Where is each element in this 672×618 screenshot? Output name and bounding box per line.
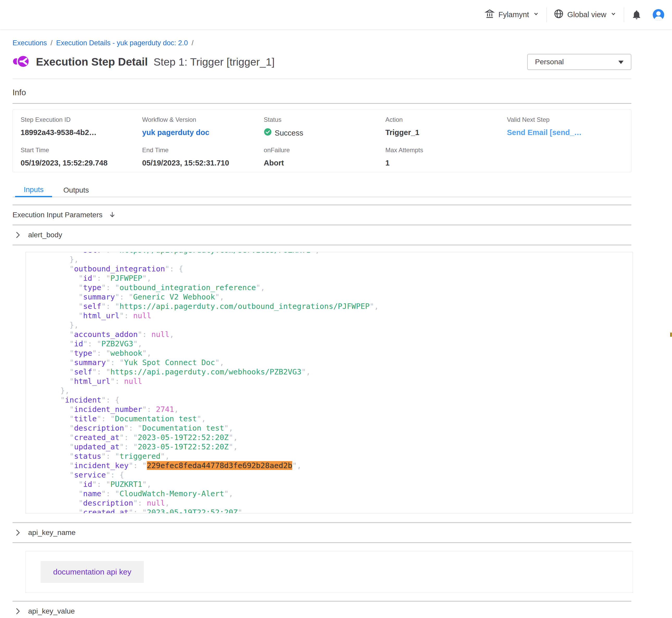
code-line: "created_at": "2023-05-19T22:52:20Z", bbox=[33, 508, 633, 513]
org-menu-label: Fylamynt bbox=[498, 10, 529, 19]
code-line: "self": "https://api.pagerduty.com/servi… bbox=[33, 252, 633, 255]
tab-outputs[interactable]: Outputs bbox=[55, 183, 97, 197]
code-line: "title": "Documentation test", bbox=[33, 414, 633, 423]
breadcrumb-link-executions[interactable]: Executions bbox=[12, 39, 47, 47]
code-line: "id": "PJFWPEP", bbox=[33, 274, 633, 283]
view-menu-label: Global view bbox=[567, 10, 606, 19]
page-title: Execution Step Detail bbox=[36, 56, 148, 68]
code-line: "service": { bbox=[33, 470, 633, 480]
chevron-down-icon bbox=[610, 10, 617, 19]
divider bbox=[12, 79, 632, 79]
code-line: "status": "triggered", bbox=[33, 451, 633, 461]
field-step-execution-id: Step Execution ID 18992a43-9538-4b2… bbox=[20, 116, 142, 138]
code-line: "incident_key": "229efec8feda44778d3fe69… bbox=[33, 461, 633, 470]
field-max-attempts: Max Attempts 1 bbox=[385, 146, 507, 167]
code-content: "self": "https://api.pagerduty.com/servi… bbox=[26, 252, 633, 513]
code-line: "outbound_integration": { bbox=[33, 264, 633, 274]
field-start-time: Start Time 05/19/2023, 15:52:29.748 bbox=[20, 146, 142, 167]
section-label: alert_body bbox=[28, 231, 62, 239]
workflow-logo-icon bbox=[12, 53, 30, 71]
code-line: "description": null, bbox=[33, 498, 633, 508]
api-key-name-chip: documentation api key bbox=[40, 561, 144, 583]
globe-icon bbox=[554, 9, 564, 21]
api-key-name-value-panel: documentation api key bbox=[25, 551, 633, 593]
section-label: api_key_name bbox=[28, 528, 76, 537]
alert-body-json-viewer[interactable]: "self": "https://api.pagerduty.com/servi… bbox=[25, 252, 633, 513]
code-line: "updated_at": "2023-05-19T22:52:20Z", bbox=[33, 442, 633, 451]
code-line: "name": "CloudWatch-Memory-Alert", bbox=[33, 489, 633, 498]
field-action: Action Trigger_1 bbox=[385, 116, 507, 138]
title-row: Execution Step Detail Step 1: Trigger [t… bbox=[12, 51, 632, 73]
main-content: Executions/Execution Details - yuk pager… bbox=[12, 39, 632, 618]
status-text: Success bbox=[275, 128, 304, 137]
caret-down-icon bbox=[618, 61, 623, 64]
tab-bar: Inputs Outputs bbox=[12, 183, 632, 197]
chevron-right-icon bbox=[15, 529, 21, 536]
section-alert-body[interactable]: alert_body bbox=[12, 225, 632, 244]
scope-selector-value: Personal bbox=[535, 58, 564, 66]
code-line: }, bbox=[33, 386, 633, 395]
code-line: "self": "https://api.pagerduty.com/outbo… bbox=[33, 302, 633, 311]
code-line: "id": "PZB2VG3", bbox=[33, 339, 633, 348]
breadcrumb-separator: / bbox=[51, 39, 53, 47]
workflow-link[interactable]: yuk pagerduty doc bbox=[142, 128, 209, 137]
code-line: "summary": "Generic V2 Webhook", bbox=[33, 292, 633, 302]
code-line: "created_at": "2023-05-19T22:52:20Z", bbox=[33, 433, 633, 442]
download-icon[interactable] bbox=[108, 211, 116, 219]
info-card: Step Execution ID 18992a43-9538-4b2… Wor… bbox=[12, 110, 632, 172]
code-line: "accounts_addon": null, bbox=[33, 330, 633, 339]
breadcrumb-link-execution-details[interactable]: Execution Details - yuk pagerduty doc: 2… bbox=[56, 39, 188, 47]
code-line: }, bbox=[33, 320, 633, 330]
tab-inputs[interactable]: Inputs bbox=[15, 183, 52, 197]
execution-input-parameters-label: Execution Input Parameters bbox=[12, 211, 103, 219]
org-menu[interactable]: Fylamynt bbox=[485, 9, 540, 21]
code-line: "incident_number": 2741, bbox=[33, 405, 633, 414]
code-line: "self": "https://api.pagerduty.com/webho… bbox=[33, 367, 633, 377]
execution-step-detail-page: Fylamynt Global view bbox=[0, 0, 672, 618]
topbar: Fylamynt Global view bbox=[0, 0, 672, 29]
section-api-key-value[interactable]: api_key_value bbox=[12, 602, 632, 618]
divider bbox=[12, 244, 632, 245]
bank-icon bbox=[485, 9, 495, 21]
code-line: "summary": "Yuk Spot Connect Doc", bbox=[33, 358, 633, 367]
view-menu[interactable]: Global view bbox=[554, 9, 617, 21]
field-end-time: End Time 05/19/2023, 15:52:31.710 bbox=[142, 146, 264, 167]
topbar-divider bbox=[547, 8, 547, 22]
code-line: "description": "Documentation test", bbox=[33, 423, 633, 433]
section-label: api_key_value bbox=[28, 607, 75, 615]
topbar-divider bbox=[624, 8, 624, 22]
field-valid-next-step: Valid Next Step Send Email [send_… bbox=[507, 116, 628, 138]
section-api-key-name[interactable]: api_key_name bbox=[12, 523, 632, 542]
execution-input-parameters-header: Execution Input Parameters bbox=[12, 205, 632, 225]
breadcrumb: Executions/Execution Details - yuk pager… bbox=[12, 39, 632, 47]
code-line: "html_url": null bbox=[33, 377, 633, 386]
field-empty bbox=[507, 146, 628, 167]
divider bbox=[12, 542, 632, 543]
page-subtitle: Step 1: Trigger [trigger_1] bbox=[153, 56, 274, 68]
scope-selector[interactable]: Personal bbox=[527, 54, 632, 70]
info-heading: Info bbox=[12, 88, 632, 97]
code-line: "type": "webhook", bbox=[33, 348, 633, 358]
code-line: "type": "outbound_integration_reference"… bbox=[33, 283, 633, 292]
code-line: "incident": { bbox=[33, 395, 633, 405]
success-check-icon bbox=[264, 128, 272, 138]
notifications-bell-icon[interactable] bbox=[632, 10, 642, 20]
next-step-link[interactable]: Send Email [send_… bbox=[507, 128, 582, 137]
code-line: "html_url": null bbox=[33, 311, 633, 320]
chevron-right-icon bbox=[15, 231, 21, 239]
user-avatar[interactable] bbox=[652, 9, 665, 21]
field-status: Status Success bbox=[264, 116, 386, 138]
field-workflow-version: Workflow & Version yuk pagerduty doc bbox=[142, 116, 264, 138]
code-line: }, bbox=[33, 255, 633, 264]
field-onfailure: onFailure Abort bbox=[264, 146, 386, 167]
chevron-right-icon bbox=[15, 608, 21, 615]
scrollbar-highlight-marker bbox=[670, 332, 672, 337]
breadcrumb-separator: / bbox=[191, 39, 193, 47]
code-line: "id": "PUZKRT1", bbox=[33, 480, 633, 489]
chevron-down-icon bbox=[532, 10, 540, 19]
divider bbox=[12, 103, 632, 104]
